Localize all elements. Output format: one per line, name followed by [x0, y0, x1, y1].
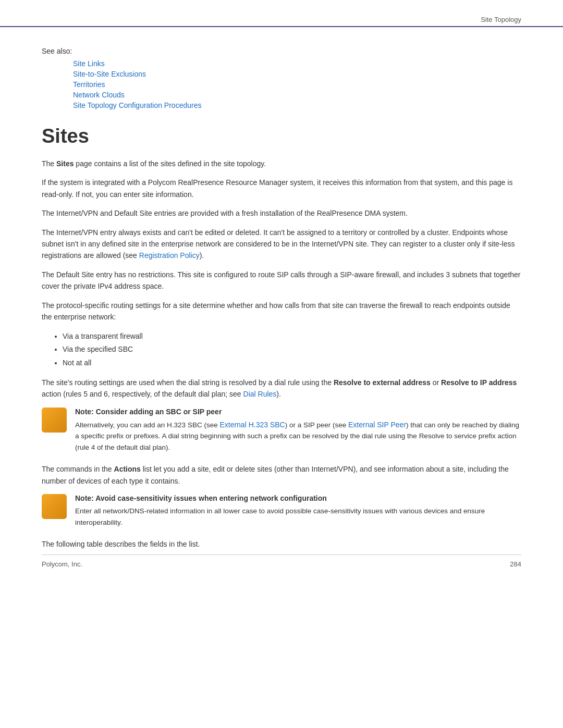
pencil-note-icon-2 [42, 494, 67, 519]
link-external-h323-sbc[interactable]: External H.323 SBC [219, 421, 285, 429]
resolve-to-ip-bold: Resolve to IP address [441, 378, 517, 387]
svg-rect-6 [51, 416, 57, 423]
page-footer: Polycom, Inc. 284 [42, 554, 521, 568]
link-site-links[interactable]: Site Links [73, 59, 521, 68]
paragraph-after-bullets: The site's routing settings are used whe… [42, 377, 521, 400]
paragraph-5: The Default Site entry has no restrictio… [42, 269, 521, 292]
pencil-note-icon-1 [42, 408, 67, 433]
page-title: Sites [42, 125, 521, 147]
paragraph-3: The Internet/VPN and Default Site entrie… [42, 207, 521, 219]
note-1-body: Alternatively, you can add an H.323 SBC … [75, 419, 521, 453]
link-network-clouds[interactable]: Network Clouds [73, 91, 521, 99]
note-2-body: Enter all network/DNS-related informatio… [75, 505, 521, 528]
link-dial-rules[interactable]: Dial Rules [243, 390, 277, 398]
svg-rect-17 [50, 502, 53, 505]
note-2-content: Note: Avoid case-sensitivity issues when… [75, 494, 521, 528]
svg-rect-2 [47, 414, 49, 426]
header-divider [0, 26, 563, 27]
svg-rect-0 [42, 408, 67, 433]
link-registration-policy[interactable]: Registration Policy [139, 251, 200, 260]
bullet-list: Via a transparent firewall Via the speci… [63, 330, 521, 369]
note-box-1: Note: Consider adding an SBC or SIP peer… [42, 408, 521, 453]
bullet-item-2: Via the specified SBC [63, 343, 521, 356]
bullet-item-1: Via a transparent firewall [63, 330, 521, 343]
svg-rect-11 [47, 500, 49, 513]
link-site-to-site-exclusions[interactable]: Site-to-Site Exclusions [73, 70, 521, 78]
bullet-item-3: Not at all [63, 356, 521, 369]
resolve-to-external-bold: Resolve to external address [334, 378, 431, 387]
sites-bold: Sites [56, 159, 74, 168]
note-icon-1 [42, 408, 67, 433]
paragraph-6: The protocol-specific routing settings f… [42, 300, 521, 323]
note-1-title: Note: Consider adding an SBC or SIP peer [75, 408, 521, 416]
svg-marker-7 [55, 421, 58, 424]
paragraph-4: The Internet/VPN entry always exists and… [42, 227, 521, 262]
svg-rect-9 [42, 494, 67, 519]
svg-rect-10 [48, 499, 60, 514]
note-box-2: Note: Avoid case-sensitivity issues when… [42, 494, 521, 528]
note-2-title: Note: Avoid case-sensitivity issues when… [75, 494, 521, 502]
see-also-links: Site Links Site-to-Site Exclusions Terri… [73, 59, 521, 109]
link-external-sip-peer[interactable]: External SIP Peer [348, 421, 406, 429]
svg-rect-15 [51, 503, 57, 510]
footer-company: Polycom, Inc. [42, 560, 82, 568]
footer-page-number: 284 [510, 560, 521, 568]
svg-marker-16 [55, 507, 58, 511]
final-paragraph: The following table describes the fields… [42, 538, 521, 550]
paragraph-2: If the system is integrated with a Polyc… [42, 177, 521, 200]
paragraph-1: The Sites page contains a list of the si… [42, 158, 521, 169]
see-also-section: See also: Site Links Site-to-Site Exclus… [42, 47, 521, 109]
note-icon-2 [42, 494, 67, 519]
svg-rect-1 [48, 413, 60, 427]
actions-bold: Actions [114, 465, 141, 473]
link-territories[interactable]: Territories [73, 80, 521, 89]
paragraph-after-note1: The commands in the Actions list let you… [42, 463, 521, 487]
section-header: Site Topology [481, 16, 521, 23]
link-site-topology-config[interactable]: Site Topology Configuration Procedures [73, 101, 521, 109]
note-1-content: Note: Consider adding an SBC or SIP peer… [75, 408, 521, 453]
svg-rect-8 [50, 415, 53, 418]
see-also-label: See also: [42, 47, 521, 55]
resolve-service-prefix-bold: Resolve to service prefix [419, 432, 496, 440]
